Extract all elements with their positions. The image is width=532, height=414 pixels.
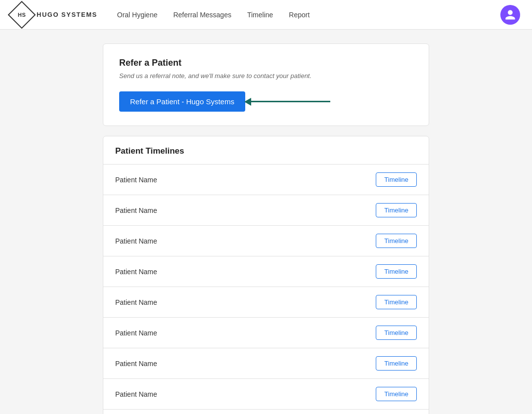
nav-item-timeline[interactable]: Timeline [247,8,273,22]
patient-row: Patient NameTimeline [103,318,429,348]
main-content: Refer a Patient Send us a referral note,… [0,30,532,414]
patient-row: Patient NameTimeline [103,348,429,379]
patient-row: Patient NameTimeline [103,287,429,318]
refer-card-subtitle: Send us a referral note, and we'll make … [119,72,413,80]
patient-row: Patient NameTimeline [103,226,429,256]
patient-row: Patient NameTimeline [103,195,429,226]
timeline-button[interactable]: Timeline [376,326,417,340]
timeline-button[interactable]: Timeline [376,234,417,248]
patient-name: Patient Name [115,329,157,337]
navbar: HS HUGO SYSTEMS Oral Hygiene Referral Me… [0,0,532,30]
timelines-card: Patient Timelines Patient NameTimelinePa… [103,136,429,414]
nav-item-oral-hygiene[interactable]: Oral Hygiene [117,8,158,22]
timeline-button[interactable]: Timeline [376,356,417,371]
timeline-button[interactable]: Timeline [376,172,417,187]
refer-patient-button[interactable]: Refer a Patient - Hugo Systems [119,91,245,112]
refer-button-row: Refer a Patient - Hugo Systems [119,91,413,112]
arrow-line [251,101,330,102]
logo-diamond: HS [8,0,36,29]
arrow-head [244,98,251,106]
patient-name: Patient Name [115,268,157,276]
logo-initials: HS [18,12,26,18]
refer-card-title: Refer a Patient [119,58,413,68]
patient-name: Patient Name [115,360,157,368]
logo-name: HUGO SYSTEMS [37,11,97,18]
user-icon [504,9,516,21]
timelines-header: Patient Timelines [103,136,429,165]
patient-name: Patient Name [115,298,157,306]
patient-name: Patient Name [115,390,157,398]
patient-row: Patient NameTimeline [103,410,429,414]
timeline-button[interactable]: Timeline [376,295,417,309]
patient-list: Patient NameTimelinePatient NameTimeline… [103,165,429,414]
patient-row: Patient NameTimeline [103,165,429,195]
nav-item-referral-messages[interactable]: Referral Messages [173,8,231,22]
timeline-button[interactable]: Timeline [376,387,417,401]
refer-card: Refer a Patient Send us a referral note,… [103,43,429,126]
patient-name: Patient Name [115,176,157,184]
nav-item-report[interactable]: Report [289,8,310,22]
arrow-annotation [251,101,330,102]
nav-links: Oral Hygiene Referral Messages Timeline … [117,8,500,22]
patient-name: Patient Name [115,237,157,245]
logo-area: HS HUGO SYSTEMS [12,5,97,25]
patient-row: Patient NameTimeline [103,379,429,410]
user-avatar[interactable] [500,5,520,25]
timeline-button[interactable]: Timeline [376,203,417,217]
patient-row: Patient NameTimeline [103,256,429,287]
timeline-button[interactable]: Timeline [376,264,417,279]
timelines-title: Patient Timelines [115,146,417,156]
patient-name: Patient Name [115,207,157,214]
